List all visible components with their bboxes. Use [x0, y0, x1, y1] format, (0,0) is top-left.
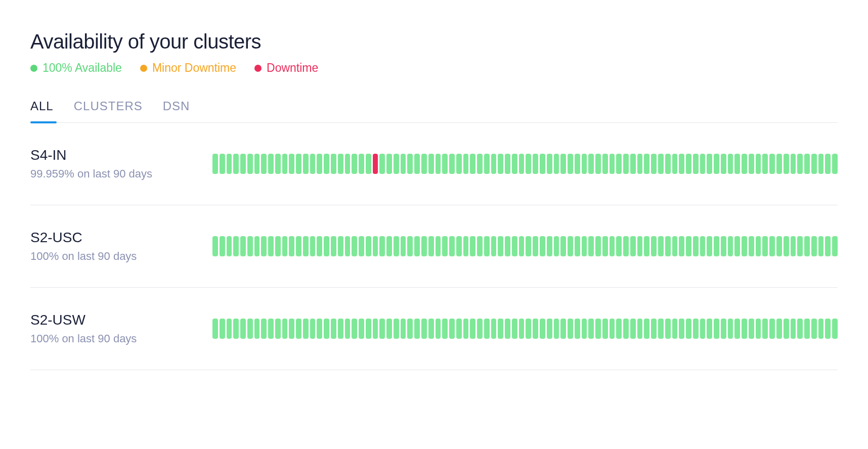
availability-bar[interactable]: [582, 236, 587, 256]
availability-bar[interactable]: [665, 236, 671, 256]
availability-bar[interactable]: [345, 236, 351, 256]
availability-bar[interactable]: [575, 319, 580, 339]
availability-bar[interactable]: [491, 236, 497, 256]
availability-bar[interactable]: [428, 319, 434, 339]
availability-bar[interactable]: [623, 236, 629, 256]
availability-bar[interactable]: [818, 236, 824, 256]
availability-bar[interactable]: [477, 319, 483, 339]
availability-bar[interactable]: [547, 236, 552, 256]
availability-bar[interactable]: [721, 236, 726, 256]
tab-dsn[interactable]: DSN: [163, 99, 190, 122]
availability-bar[interactable]: [721, 154, 726, 174]
availability-bar[interactable]: [686, 319, 691, 339]
availability-bar[interactable]: [407, 154, 413, 174]
availability-bar[interactable]: [756, 236, 761, 256]
availability-bar[interactable]: [818, 154, 824, 174]
availability-bar[interactable]: [533, 236, 538, 256]
availability-bar[interactable]: [386, 154, 392, 174]
availability-bar[interactable]: [651, 319, 657, 339]
availability-bar[interactable]: [547, 154, 552, 174]
availability-bar[interactable]: [769, 154, 775, 174]
availability-bar[interactable]: [407, 319, 413, 339]
availability-bar[interactable]: [672, 319, 678, 339]
availability-bar[interactable]: [254, 154, 260, 174]
availability-bar[interactable]: [477, 154, 483, 174]
availability-bar[interactable]: [338, 154, 343, 174]
availability-bar[interactable]: [442, 236, 448, 256]
availability-bar[interactable]: [324, 236, 329, 256]
availability-bar[interactable]: [421, 236, 427, 256]
availability-bar[interactable]: [401, 236, 406, 256]
availability-bar[interactable]: [512, 319, 517, 339]
availability-bar[interactable]: [707, 319, 712, 339]
availability-bar[interactable]: [630, 154, 636, 174]
availability-bar[interactable]: [233, 319, 239, 339]
availability-bar[interactable]: [498, 154, 503, 174]
availability-bar[interactable]: [373, 236, 378, 256]
availability-bar[interactable]: [742, 236, 747, 256]
availability-bar[interactable]: [742, 319, 747, 339]
availability-bar[interactable]: [658, 319, 664, 339]
availability-bar[interactable]: [345, 154, 351, 174]
availability-bar[interactable]: [658, 236, 664, 256]
tab-all[interactable]: ALL: [30, 99, 54, 122]
availability-bar[interactable]: [386, 236, 392, 256]
availability-bar[interactable]: [414, 154, 420, 174]
availability-bar[interactable]: [324, 154, 329, 174]
availability-bar[interactable]: [436, 154, 441, 174]
availability-bar[interactable]: [212, 236, 218, 256]
availability-bar[interactable]: [247, 319, 253, 339]
availability-bar[interactable]: [756, 154, 761, 174]
availability-bar[interactable]: [811, 154, 817, 174]
availability-bar[interactable]: [560, 319, 566, 339]
availability-bar[interactable]: [282, 236, 288, 256]
availability-bar[interactable]: [769, 236, 775, 256]
availability-bar[interactable]: [749, 154, 754, 174]
availability-bar[interactable]: [233, 154, 239, 174]
availability-bar[interactable]: [233, 236, 239, 256]
availability-bar[interactable]: [470, 236, 475, 256]
availability-bar[interactable]: [394, 236, 399, 256]
availability-bar[interactable]: [714, 236, 719, 256]
availability-bar[interactable]: [227, 319, 232, 339]
availability-bar[interactable]: [756, 319, 761, 339]
availability-bar[interactable]: [658, 154, 664, 174]
availability-bar[interactable]: [289, 154, 294, 174]
availability-bar[interactable]: [637, 236, 643, 256]
availability-bar[interactable]: [560, 154, 566, 174]
availability-bar[interactable]: [366, 154, 371, 174]
availability-bar[interactable]: [776, 236, 782, 256]
availability-bar[interactable]: [505, 319, 510, 339]
availability-bar[interactable]: [762, 319, 768, 339]
availability-bar[interactable]: [449, 319, 455, 339]
availability-bar[interactable]: [442, 154, 448, 174]
availability-bar[interactable]: [734, 319, 740, 339]
availability-bar[interactable]: [651, 154, 657, 174]
availability-bar[interactable]: [560, 236, 566, 256]
availability-bar[interactable]: [776, 154, 782, 174]
availability-bar[interactable]: [394, 319, 399, 339]
availability-bar[interactable]: [414, 319, 420, 339]
availability-bar[interactable]: [686, 236, 691, 256]
availability-bar[interactable]: [296, 236, 301, 256]
availability-bar[interactable]: [672, 154, 678, 174]
availability-bar[interactable]: [582, 319, 587, 339]
availability-bar[interactable]: [373, 154, 378, 174]
availability-bar[interactable]: [491, 154, 497, 174]
availability-bar[interactable]: [602, 319, 608, 339]
availability-bar[interactable]: [623, 319, 629, 339]
availability-bar[interactable]: [588, 154, 594, 174]
availability-bar[interactable]: [721, 319, 726, 339]
availability-bar[interactable]: [477, 236, 483, 256]
tab-clusters[interactable]: CLUSTERS: [74, 99, 143, 122]
availability-bar[interactable]: [366, 236, 371, 256]
availability-bar[interactable]: [665, 319, 671, 339]
availability-bar[interactable]: [784, 319, 789, 339]
availability-bar[interactable]: [303, 154, 309, 174]
availability-bar[interactable]: [693, 154, 699, 174]
availability-bar[interactable]: [261, 154, 267, 174]
availability-bar[interactable]: [784, 236, 789, 256]
availability-bar[interactable]: [610, 319, 615, 339]
availability-bar[interactable]: [568, 319, 573, 339]
availability-bar[interactable]: [610, 154, 615, 174]
